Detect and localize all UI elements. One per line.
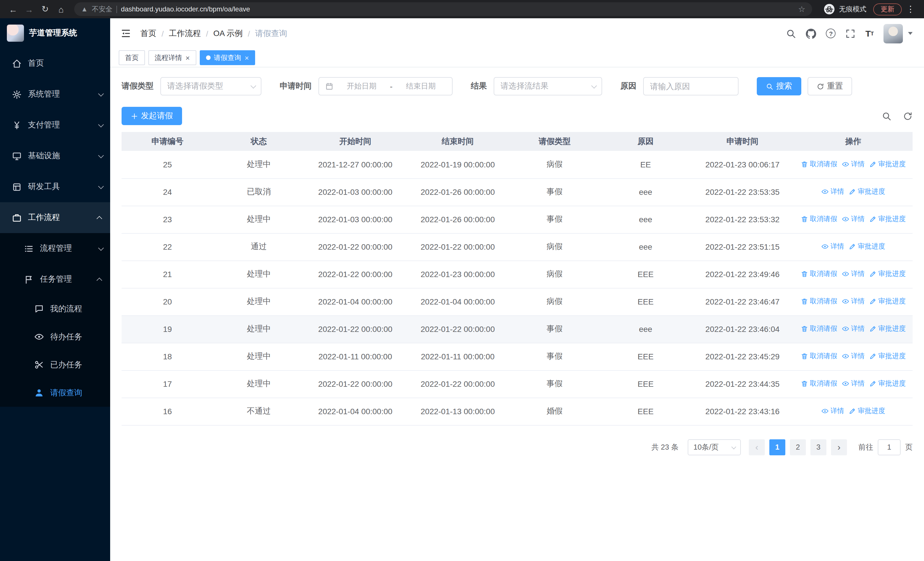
action-detail-link[interactable]: 详情 <box>821 242 844 251</box>
back-icon[interactable]: ← <box>6 2 21 17</box>
logo[interactable]: 芋道管理系统 <box>0 18 110 48</box>
apply-time-range-picker[interactable]: 开始日期 - 结束日期 <box>318 77 453 95</box>
action-detail-link[interactable]: 详情 <box>842 379 865 388</box>
sidebar-item-process-mgmt[interactable]: 流程管理 <box>0 233 110 264</box>
action-progress-link[interactable]: 审批进度 <box>869 214 906 224</box>
forward-icon[interactable]: → <box>22 2 36 17</box>
create-leave-button[interactable]: 发起请假 <box>122 107 182 125</box>
breadcrumb-item[interactable]: OA 示例 <box>213 28 243 39</box>
edit-icon <box>849 407 856 415</box>
sidebar-item-done-tasks[interactable]: 已办任务 <box>0 351 110 379</box>
sidebar-item-leave-query[interactable]: 请假查询 <box>0 379 110 407</box>
page-button-1[interactable]: 1 <box>770 439 785 455</box>
leave-type-select[interactable]: 请选择请假类型 <box>160 77 261 95</box>
eye-icon <box>842 215 849 223</box>
action-label: 取消请假 <box>810 379 837 388</box>
browser-home-icon[interactable]: ⌂ <box>54 2 69 17</box>
select-placeholder: 请选择请假类型 <box>167 81 223 92</box>
action-detail-link[interactable]: 详情 <box>842 296 865 306</box>
action-cancel-link[interactable]: 取消请假 <box>801 269 837 279</box>
sidebar-item-home[interactable]: 首页 <box>0 48 110 79</box>
page-size-select[interactable]: 10条/页 <box>688 439 741 455</box>
prev-page-button[interactable]: ‹ <box>749 439 765 455</box>
tab-leave-query[interactable]: 请假查询 × <box>200 50 255 65</box>
action-cancel-link[interactable]: 取消请假 <box>801 296 837 306</box>
action-progress-link[interactable]: 审批进度 <box>869 379 906 388</box>
sidebar-item-payment[interactable]: 支付管理 <box>0 110 110 141</box>
breadcrumb-item[interactable]: 首页 <box>140 28 156 39</box>
end-date-placeholder[interactable]: 结束日期 <box>396 81 446 92</box>
action-progress-link[interactable]: 审批进度 <box>849 187 885 197</box>
action-detail-link[interactable]: 详情 <box>821 406 844 416</box>
question-icon[interactable]: ? <box>826 29 836 38</box>
sidebar-item-my-process[interactable]: 我的流程 <box>0 295 110 323</box>
bookmark-star-icon[interactable]: ☆ <box>798 5 805 14</box>
font-size-icon[interactable]: TT <box>866 29 874 38</box>
sidebar-item-task-mgmt[interactable]: 任务管理 <box>0 264 110 295</box>
cell-apply-time: 2022-01-22 23:49:46 <box>691 260 794 288</box>
action-detail-link[interactable]: 详情 <box>821 187 844 197</box>
address-bar[interactable]: ▲ 不安全 dashboard.yudao.iocoder.cn/bpm/oa/… <box>74 2 812 16</box>
collapse-menu-icon[interactable] <box>120 28 131 39</box>
fullscreen-icon[interactable] <box>846 28 856 39</box>
action-progress-link[interactable]: 审批进度 <box>849 242 885 251</box>
breadcrumb-item[interactable]: 工作流程 <box>169 28 201 39</box>
chat-icon <box>34 304 44 314</box>
sidebar-item-devtools[interactable]: 研发工具 <box>0 171 110 202</box>
github-icon[interactable] <box>806 28 816 39</box>
action-cancel-link[interactable]: 取消请假 <box>801 159 837 169</box>
action-cancel-link[interactable]: 取消请假 <box>801 324 837 334</box>
table-refresh-icon[interactable] <box>903 111 913 121</box>
url-text[interactable]: dashboard.yudao.iocoder.cn/bpm/oa/leave <box>121 5 794 13</box>
action-detail-link[interactable]: 详情 <box>842 214 865 224</box>
reset-button[interactable]: 重置 <box>808 77 852 95</box>
reason-input[interactable] <box>650 82 732 91</box>
cell-apply-time: 2022-01-22 23:51:15 <box>691 233 794 260</box>
chevron-down-icon <box>98 245 104 251</box>
security-warning[interactable]: 不安全 <box>92 4 112 14</box>
search-icon[interactable] <box>786 28 796 39</box>
sidebar-item-todo-tasks[interactable]: 待办任务 <box>0 323 110 351</box>
trash-icon <box>801 325 808 332</box>
cell-reason: EEE <box>600 260 691 288</box>
action-progress-link[interactable]: 审批进度 <box>869 324 906 334</box>
action-progress-link[interactable]: 审批进度 <box>869 296 906 306</box>
tab-label: 首页 <box>125 53 139 63</box>
table-search-icon[interactable] <box>882 111 891 121</box>
start-date-placeholder[interactable]: 开始日期 <box>337 81 386 92</box>
action-progress-link[interactable]: 审批进度 <box>869 269 906 279</box>
action-cancel-link[interactable]: 取消请假 <box>801 214 837 224</box>
reload-icon[interactable]: ↻ <box>38 2 52 17</box>
close-icon[interactable]: × <box>244 54 249 62</box>
action-cancel-link[interactable]: 取消请假 <box>801 351 837 361</box>
action-detail-link[interactable]: 详情 <box>842 269 865 279</box>
tab-process-detail[interactable]: 流程详情 × <box>148 50 196 65</box>
action-detail-link[interactable]: 详情 <box>842 159 865 169</box>
cell-apply-id: 21 <box>122 260 213 288</box>
eye-icon <box>34 332 44 341</box>
action-detail-link[interactable]: 详情 <box>842 324 865 334</box>
action-progress-link[interactable]: 审批进度 <box>869 159 906 169</box>
edit-icon <box>849 188 856 196</box>
search-button[interactable]: 搜索 <box>757 77 801 95</box>
chevron-down-icon[interactable] <box>908 32 913 35</box>
browser-menu-icon[interactable]: ⋮ <box>903 4 918 14</box>
breadcrumb-item-current: 请假查询 <box>255 28 287 39</box>
sidebar-item-workflow[interactable]: 工作流程 <box>0 202 110 233</box>
sidebar-item-system[interactable]: 系统管理 <box>0 79 110 110</box>
goto-page-input[interactable] <box>878 439 901 455</box>
page-button-3[interactable]: 3 <box>810 439 826 455</box>
chevron-up-icon <box>96 216 102 221</box>
sidebar-item-infrastructure[interactable]: 基础设施 <box>0 141 110 171</box>
close-icon[interactable]: × <box>186 54 190 62</box>
action-progress-link[interactable]: 审批进度 <box>849 406 885 416</box>
action-progress-link[interactable]: 审批进度 <box>869 351 906 361</box>
tab-home[interactable]: 首页 <box>119 50 145 65</box>
action-cancel-link[interactable]: 取消请假 <box>801 379 837 388</box>
next-page-button[interactable]: › <box>831 439 847 455</box>
action-detail-link[interactable]: 详情 <box>842 351 865 361</box>
update-button[interactable]: 更新 <box>873 3 902 15</box>
user-avatar[interactable] <box>884 24 903 43</box>
page-button-2[interactable]: 2 <box>790 439 806 455</box>
result-select[interactable]: 请选择流结果 <box>494 77 602 95</box>
